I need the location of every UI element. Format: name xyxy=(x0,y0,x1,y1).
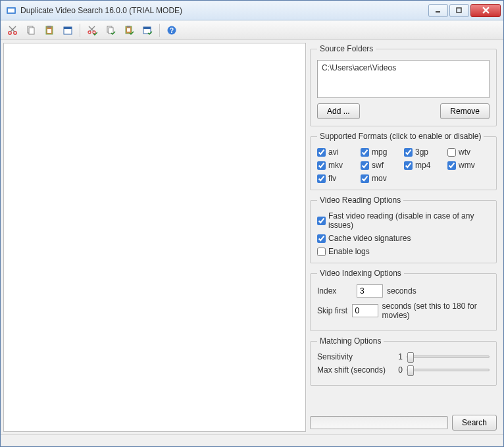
svg-rect-11 xyxy=(29,28,34,34)
video-indexing-legend: Video Indexing Options xyxy=(317,269,404,278)
minimize-button[interactable] xyxy=(428,4,448,17)
video-reading-group: Video Reading Options Fast video reading… xyxy=(310,196,497,263)
skip-first-input[interactable] xyxy=(352,304,378,317)
svg-rect-27 xyxy=(127,26,130,28)
maxshift-slider[interactable] xyxy=(407,369,490,371)
svg-rect-1 xyxy=(8,9,14,13)
remove-folder-button[interactable]: Remove xyxy=(440,103,490,119)
format-checkbox-wtv[interactable]: wtv xyxy=(447,147,490,157)
add-folder-button[interactable]: Add ... xyxy=(317,103,360,119)
svg-rect-30 xyxy=(143,27,151,29)
progress-bar xyxy=(310,416,448,429)
search-button[interactable]: Search xyxy=(452,415,497,431)
app-icon xyxy=(6,5,16,16)
svg-rect-3 xyxy=(457,8,461,13)
format-checkbox-mp4[interactable]: mp4 xyxy=(404,161,446,170)
enable-logs-checkbox[interactable]: Enable logs xyxy=(317,247,490,256)
help-icon[interactable]: ? xyxy=(164,22,180,38)
fast-reading-checkbox[interactable]: Fast video reading (disable in case of a… xyxy=(317,211,490,230)
copy-checked-icon[interactable] xyxy=(103,22,118,38)
format-checkbox-flv[interactable]: flv xyxy=(317,174,359,183)
svg-text:?: ? xyxy=(170,27,174,34)
calendar-icon[interactable] xyxy=(60,22,76,38)
supported-formats-legend: Supported Formats (click to enable or di… xyxy=(317,132,484,141)
sensitivity-label: Sensitivity xyxy=(317,352,390,361)
format-checkbox-3gp[interactable]: 3gp xyxy=(404,147,446,157)
skip-first-unit: seconds (set this to 180 for movies) xyxy=(382,302,490,320)
svg-point-20 xyxy=(88,31,91,34)
cut-icon[interactable] xyxy=(5,22,20,38)
statusbar xyxy=(1,434,503,446)
toolbar-separator xyxy=(159,24,160,37)
svg-point-21 xyxy=(93,31,95,34)
format-checkbox-wmv[interactable]: wmv xyxy=(447,161,490,170)
format-checkbox-mkv[interactable]: mkv xyxy=(317,161,359,170)
paste-icon[interactable] xyxy=(41,22,57,38)
calendar-checked-icon[interactable] xyxy=(139,22,155,38)
maximize-button[interactable] xyxy=(449,4,469,17)
sensitivity-slider[interactable] xyxy=(407,355,490,358)
supported-formats-group: Supported Formats (click to enable or di… xyxy=(310,132,497,190)
toolbar-separator xyxy=(80,24,80,37)
close-button[interactable] xyxy=(470,4,501,17)
format-checkbox-avi[interactable]: avi xyxy=(317,147,359,157)
svg-rect-25 xyxy=(109,28,113,34)
index-seconds-input[interactable] xyxy=(357,284,383,298)
folder-list[interactable]: C:\Users\acer\Videos xyxy=(317,60,490,98)
maxshift-label: Max shift (seconds) xyxy=(317,365,390,375)
format-checkbox-mov[interactable]: mov xyxy=(361,174,403,183)
paste-checked-icon[interactable] xyxy=(121,22,137,38)
results-pane xyxy=(3,43,306,432)
toolbar: ? xyxy=(1,20,503,40)
format-checkbox-mpg[interactable]: mpg xyxy=(361,147,403,157)
folder-path[interactable]: C:\Users\acer\Videos xyxy=(322,63,485,72)
sensitivity-value: 1 xyxy=(393,352,403,361)
titlebar: Duplicate Video Search 16.0.0 (TRIAL MOD… xyxy=(1,1,503,20)
index-label: Index xyxy=(317,286,353,296)
skip-first-label: Skip first xyxy=(317,306,348,315)
matching-options-legend: Matching Options xyxy=(317,336,384,346)
source-folders-legend: Source Folders xyxy=(317,44,376,53)
svg-rect-14 xyxy=(47,29,51,33)
index-unit: seconds xyxy=(387,286,416,296)
source-folders-group: Source Folders C:\Users\acer\Videos Add … xyxy=(310,44,497,126)
svg-rect-13 xyxy=(47,26,51,28)
video-indexing-group: Video Indexing Options Index seconds Ski… xyxy=(310,269,497,331)
copy-icon[interactable] xyxy=(23,22,39,38)
video-reading-legend: Video Reading Options xyxy=(317,196,403,205)
window-title: Duplicate Video Search 16.0.0 (TRIAL MOD… xyxy=(20,6,428,15)
svg-rect-16 xyxy=(64,27,72,29)
maxshift-value: 0 xyxy=(393,365,403,375)
format-checkbox-swf[interactable]: swf xyxy=(361,161,403,170)
cache-signatures-checkbox[interactable]: Cache video signatures xyxy=(317,234,490,243)
cut-checked-icon[interactable] xyxy=(84,22,100,38)
matching-options-group: Matching Options Sensitivity 1 Max shift… xyxy=(310,336,497,386)
svg-rect-28 xyxy=(127,28,130,32)
